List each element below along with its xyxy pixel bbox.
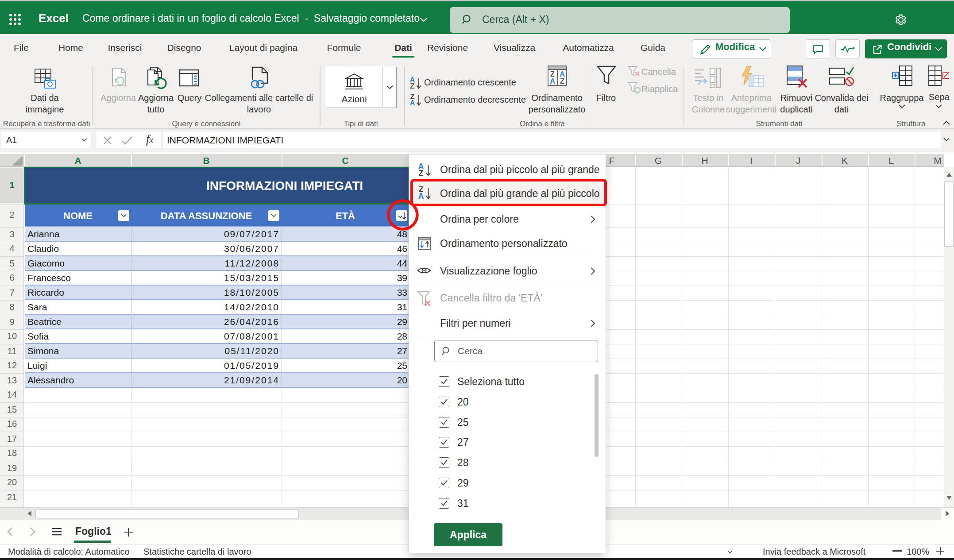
svg-text:Z: Z xyxy=(560,77,564,85)
svg-text:Z: Z xyxy=(550,70,555,78)
svg-text:A: A xyxy=(550,77,555,85)
svg-text:A: A xyxy=(560,70,565,78)
